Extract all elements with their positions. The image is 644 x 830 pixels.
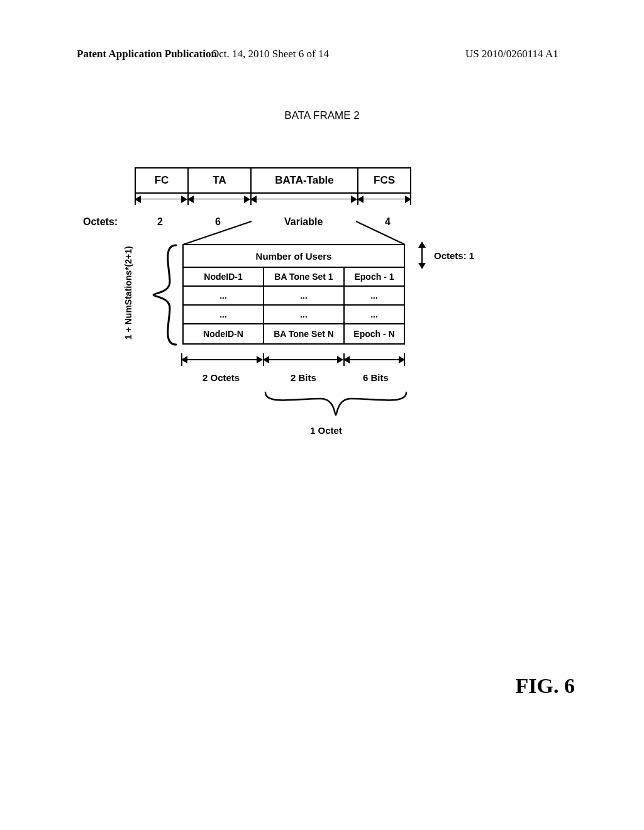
left-curly-brace-icon [151,244,180,346]
octets-label: Octets: [83,216,118,228]
dim-toneset [263,353,343,367]
sub-dim-label-3: 6 Bits [363,372,389,383]
table-row: NodeID-N BA Tone Set N Epoch - N [184,324,404,343]
sub-dim-label-2: 2 Bits [291,372,316,383]
header-mid: Oct. 14, 2010 Sheet 6 of 14 [211,48,329,60]
octet-bata: Variable [284,216,323,228]
table-row: ... ... ... [184,287,404,306]
one-octet-label: 1 Octet [310,425,342,436]
dim-bata [250,194,357,206]
frame-structure: FC TA BATA-Table FCS [135,167,411,206]
cell-toneset: ... [264,287,345,304]
cell-nodeid: ... [184,306,264,323]
svg-line-1 [356,221,405,245]
octets-1-label: Octets: 1 [434,250,474,261]
dim-fcs [357,194,411,206]
frame-fields-row: FC TA BATA-Table FCS [135,167,411,194]
sub-dim-label-1: 2 Octets [203,372,240,383]
dim-fc [135,194,187,206]
cell-epoch: ... [345,287,404,304]
sub-table: Number of Users NodeID-1 BA Tone Set 1 E… [182,244,405,345]
table-row: ... ... ... [184,306,404,324]
diagram-title: BATA FRAME 2 [0,109,644,122]
table-row: NodeID-1 BA Tone Set 1 Epoch - 1 [184,268,404,287]
octet-ta: 6 [215,216,221,228]
cell-toneset: BA Tone Set 1 [264,268,345,285]
cell-toneset: ... [264,306,345,323]
cell-epoch: ... [345,306,404,323]
octet-fc: 2 [157,216,163,228]
cell-toneset: BA Tone Set N [264,324,345,343]
frame-dimensions-row [135,194,411,206]
dim-epoch [343,353,405,367]
dim-ta [187,194,250,206]
header-left: Patent Application Publication [77,48,217,60]
field-fc: FC [136,169,189,192]
figure-caption: FIG. 6 [516,674,575,698]
cell-nodeid: NodeID-N [184,324,264,343]
cell-nodeid: NodeID-1 [184,268,264,285]
sub-table-header: Number of Users [184,245,404,268]
field-ta: TA [189,169,252,192]
octet-fcs: 4 [385,216,391,228]
sub-dimensions [181,353,406,367]
bata-table-detail: Number of Users NodeID-1 BA Tone Set 1 E… [182,244,405,345]
field-fcs: FCS [358,169,410,192]
field-bata-table: BATA-Table [252,169,358,192]
dim-nodeid [181,353,263,367]
header-right: US 2010/0260114 A1 [465,48,558,60]
cell-nodeid: ... [184,287,264,304]
cell-epoch: Epoch - N [345,324,404,343]
cell-epoch: Epoch - 1 [345,268,404,285]
side-vertical-label: 1 + NumStations*(2+1) [123,246,133,340]
bottom-curly-brace-icon [264,391,408,423]
